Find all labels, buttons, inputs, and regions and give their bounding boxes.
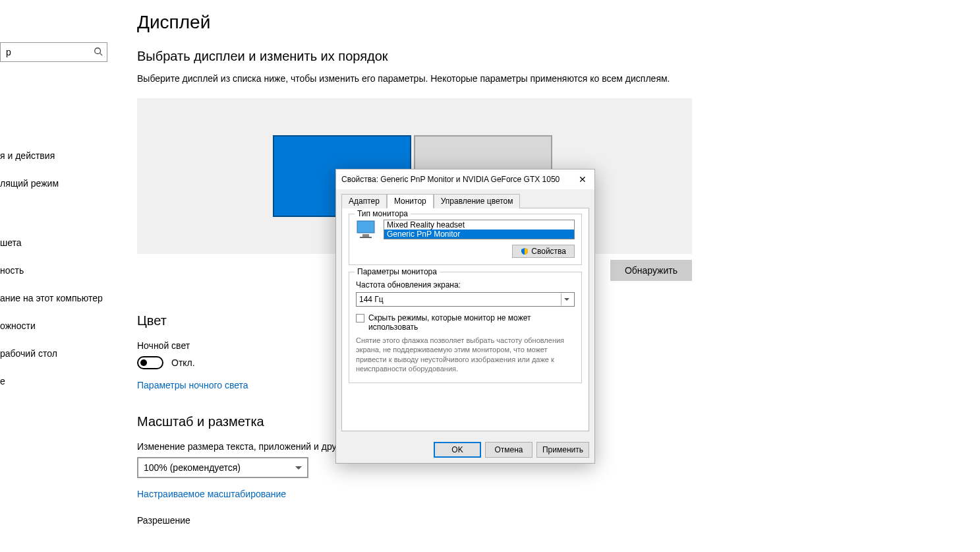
monitor-properties-dialog: Свойства: Generic PnP Monitor и NVIDIA G… [335, 169, 595, 464]
sidebar-item[interactable]: лящий режим [0, 174, 103, 193]
search-icon [94, 47, 103, 58]
svg-line-1 [100, 53, 103, 55]
detect-button[interactable]: Обнаружить [610, 260, 692, 281]
dialog-panel: Тип монитора Mixed Reality headset Gener… [341, 208, 589, 431]
refresh-rate-label: Частота обновления экрана: [356, 280, 575, 290]
chevron-down-icon [295, 466, 302, 470]
scale-combobox[interactable]: 100% (рекомендуется) [137, 457, 308, 478]
monitor-properties-button-label: Свойства [531, 247, 566, 256]
hide-modes-checkbox[interactable] [356, 314, 364, 322]
sidebar-item[interactable]: ание на этот компьютер [0, 289, 103, 307]
monitor-type-group: Тип монитора Mixed Reality headset Gener… [349, 214, 582, 265]
sidebar: я и действия лящий режим шета ность ание… [0, 0, 125, 552]
monitor-list[interactable]: Mixed Reality headset Generic PnP Monito… [384, 220, 575, 239]
monitor-type-legend: Тип монитора [355, 209, 411, 218]
dialog-tabs: Адаптер Монитор Управление цветом [336, 189, 594, 208]
dialog-title: Свойства: Generic PnP Monitor и NVIDIA G… [341, 175, 560, 184]
search-box[interactable] [0, 42, 107, 62]
page-title: Дисплей [137, 12, 980, 33]
sidebar-item[interactable]: рабочий стол [0, 344, 103, 363]
svg-rect-2 [357, 221, 374, 233]
night-light-toggle[interactable] [137, 356, 163, 369]
sidebar-item[interactable]: ность [0, 261, 103, 280]
toggle-knob [140, 359, 147, 366]
shield-icon [521, 247, 529, 255]
sidebar-item[interactable]: я и действия [0, 146, 103, 165]
cancel-button[interactable]: Отмена [485, 442, 533, 458]
custom-scaling-link[interactable]: Настраиваемое масштабирование [137, 489, 980, 499]
refresh-rate-combobox[interactable]: 144 Гц [356, 292, 575, 307]
monitor-list-item[interactable]: Mixed Reality headset [384, 220, 574, 230]
sidebar-item[interactable]: е [0, 372, 103, 390]
sidebar-item[interactable]: ожности [0, 317, 103, 335]
toggle-state-label: Откл. [171, 357, 195, 368]
resolution-label: Разрешение [137, 515, 980, 526]
scale-value: 100% (рекомендуется) [144, 462, 241, 473]
chevron-down-icon [561, 293, 571, 305]
svg-rect-3 [362, 234, 369, 237]
close-icon[interactable]: ✕ [576, 174, 589, 185]
hide-modes-label: Скрыть режимы, которые монитор не может … [368, 313, 575, 332]
monitor-list-item-selected[interactable]: Generic PnP Monitor [384, 230, 574, 239]
ok-button[interactable]: OK [434, 442, 481, 458]
tab-monitor[interactable]: Монитор [387, 194, 434, 208]
dialog-footer: OK Отмена Применить [336, 437, 594, 463]
apply-button[interactable]: Применить [536, 442, 589, 458]
svg-point-0 [95, 47, 101, 53]
dialog-titlebar[interactable]: Свойства: Generic PnP Monitor и NVIDIA G… [336, 169, 594, 189]
svg-rect-4 [360, 237, 372, 238]
tab-color-management[interactable]: Управление цветом [434, 194, 521, 208]
monitor-icon [356, 220, 378, 239]
monitor-properties-button[interactable]: Свойства [512, 245, 575, 258]
section-select-displays-desc: Выберите дисплей из списка ниже, чтобы и… [137, 73, 980, 84]
monitor-params-legend: Параметры монитора [355, 267, 440, 276]
monitor-params-group: Параметры монитора Частота обновления эк… [349, 272, 582, 383]
section-select-displays-title: Выбрать дисплеи и изменить их порядок [137, 49, 980, 64]
sidebar-item[interactable]: шета [0, 233, 103, 252]
refresh-rate-value: 144 Гц [359, 295, 384, 304]
search-input[interactable] [5, 46, 84, 58]
tab-adapter[interactable]: Адаптер [341, 194, 387, 208]
hide-modes-help-text: Снятие этого флажка позволяет выбрать ча… [356, 336, 575, 373]
